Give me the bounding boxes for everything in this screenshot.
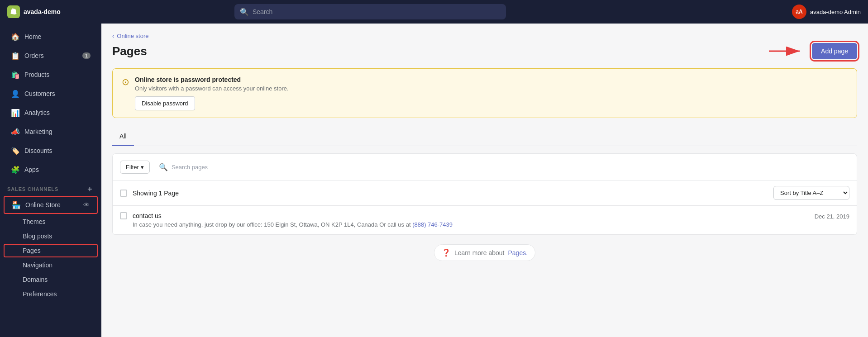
breadcrumb[interactable]: ‹ Online store — [112, 33, 857, 39]
warning-icon: ⊙ — [122, 76, 129, 87]
orders-badge: 1 — [82, 52, 91, 59]
shopify-icon — [7, 5, 20, 18]
domains-label: Domains — [23, 276, 48, 283]
row-checkbox[interactable] — [120, 212, 127, 219]
sort-select[interactable]: Sort by Title A–Z Sort by Title Z–A Sort… — [773, 186, 849, 200]
sidebar-item-label: Marketing — [24, 128, 52, 135]
brand-name: avada-demo — [24, 8, 61, 15]
sidebar-item-customers[interactable]: 👤 Customers — [4, 85, 98, 103]
preferences-label: Preferences — [23, 290, 57, 298]
add-sales-channel-button[interactable]: ＋ — [85, 185, 94, 194]
sidebar-item-online-store[interactable]: 🏪 Online Store 👁 — [4, 196, 98, 214]
sidebar: 🏠 Home 📋 Orders 1 🛍️ Products 👤 Customer… — [0, 24, 101, 337]
sidebar-sub-item-preferences[interactable]: Preferences — [4, 287, 98, 301]
navigation-label: Navigation — [23, 261, 52, 269]
footer-help: ❓ Learn more about Pages. — [112, 235, 857, 270]
sales-channels-label: SALES CHANNELS ＋ — [0, 179, 101, 195]
add-page-wrapper: Add page — [812, 43, 857, 59]
customers-icon: 👤 — [11, 89, 20, 98]
disable-password-button[interactable]: Disable password — [135, 96, 195, 110]
help-icon: ❓ — [442, 248, 451, 257]
marketing-icon: 📣 — [11, 127, 20, 136]
sidebar-item-label: Online Store — [25, 201, 61, 209]
top-navigation: avada-demo 🔍 aA avada-demo Admin — [0, 0, 868, 24]
warning-content: Online store is password protected Only … — [135, 76, 289, 110]
arrow-indicator — [769, 44, 805, 58]
sidebar-sub-item-pages[interactable]: Pages — [4, 244, 98, 257]
chevron-left-icon: ‹ — [112, 33, 114, 39]
page-header: Pages Add page — [112, 43, 857, 59]
avatar: aA — [792, 5, 806, 19]
row-desc-text: In case you need anything, just drop by … — [133, 221, 411, 228]
page-title: Pages — [112, 44, 147, 58]
filter-button[interactable]: Filter ▾ — [120, 161, 150, 174]
pages-table: Filter ▾ 🔍 Showing 1 Page Sort by Title … — [112, 153, 857, 235]
chevron-down-icon: ▾ — [141, 164, 144, 171]
pages-label: Pages — [23, 247, 41, 254]
orders-icon: 📋 — [11, 51, 20, 60]
sidebar-sub-item-domains[interactable]: Domains — [4, 273, 98, 286]
eye-icon[interactable]: 👁 — [83, 201, 90, 209]
sidebar-item-label: Customers — [24, 90, 55, 97]
sidebar-item-label: Home — [24, 33, 41, 40]
search-icon: 🔍 — [240, 8, 249, 16]
breadcrumb-text: Online store — [117, 33, 148, 39]
warning-description: Only visitors with a password can access… — [135, 85, 289, 92]
products-icon: 🛍️ — [11, 70, 20, 79]
row-content: contact us In case you need anything, ju… — [133, 212, 815, 228]
sidebar-item-label: Orders — [24, 52, 44, 59]
discounts-icon: 🏷️ — [11, 146, 20, 155]
sidebar-item-label: Products — [24, 71, 49, 78]
user-menu[interactable]: aA avada-demo Admin — [792, 5, 861, 19]
footer-pages-link[interactable]: Pages. — [508, 249, 528, 256]
sidebar-item-home[interactable]: 🏠 Home — [4, 28, 98, 46]
search-pages-input[interactable] — [172, 164, 845, 171]
table-toolbar: Filter ▾ 🔍 — [113, 154, 857, 180]
row-phone-link[interactable]: (888) 746-7439 — [412, 221, 453, 228]
sidebar-sub-item-navigation[interactable]: Navigation — [4, 258, 98, 272]
row-description: In case you need anything, just drop by … — [133, 221, 815, 228]
search-pages-bar[interactable]: 🔍 — [154, 159, 849, 175]
sidebar-sub-item-themes[interactable]: Themes — [4, 215, 98, 228]
sidebar-item-analytics[interactable]: 📊 Analytics — [4, 104, 98, 122]
apps-icon: 🧩 — [11, 165, 20, 174]
sidebar-item-label: Analytics — [24, 109, 50, 116]
showing-count: Showing 1 Page — [133, 190, 179, 197]
sidebar-item-apps[interactable]: 🧩 Apps — [4, 161, 98, 179]
brand-logo[interactable]: avada-demo — [7, 5, 89, 18]
online-store-icon: 🏪 — [12, 200, 21, 209]
warning-banner: ⊙ Online store is password protected Onl… — [112, 68, 857, 118]
footer-learn-more-text: Learn more about — [454, 249, 505, 256]
page-tabs: All — [112, 127, 857, 146]
row-title[interactable]: contact us — [133, 212, 815, 219]
table-row-header: Showing 1 Page Sort by Title A–Z Sort by… — [113, 180, 857, 206]
sidebar-item-label: Apps — [24, 166, 39, 173]
row-date: Dec 21, 2019 — [815, 212, 849, 220]
tab-all[interactable]: All — [112, 127, 134, 146]
sidebar-item-products[interactable]: 🛍️ Products — [4, 66, 98, 84]
themes-label: Themes — [23, 218, 46, 225]
sidebar-item-orders[interactable]: 📋 Orders 1 — [4, 47, 98, 65]
search-input[interactable] — [253, 8, 501, 15]
add-page-button[interactable]: Add page — [812, 43, 857, 59]
search-bar[interactable]: 🔍 — [234, 4, 506, 19]
filter-label: Filter — [126, 164, 139, 171]
sidebar-item-label: Discounts — [24, 147, 52, 154]
user-name: avada-demo Admin — [810, 9, 861, 15]
warning-title: Online store is password protected — [135, 76, 289, 83]
sidebar-sub-item-blog-posts[interactable]: Blog posts — [4, 229, 98, 243]
home-icon: 🏠 — [11, 32, 20, 41]
main-content: ‹ Online store Pages — [101, 24, 868, 337]
search-pages-icon: 🔍 — [159, 163, 168, 171]
topnav-right: aA avada-demo Admin — [792, 5, 861, 19]
sidebar-item-marketing[interactable]: 📣 Marketing — [4, 123, 98, 141]
analytics-icon: 📊 — [11, 108, 20, 117]
blog-posts-label: Blog posts — [23, 233, 52, 240]
table-row: contact us In case you need anything, ju… — [113, 206, 857, 235]
sidebar-item-discounts[interactable]: 🏷️ Discounts — [4, 142, 98, 160]
select-all-checkbox[interactable] — [120, 190, 127, 197]
